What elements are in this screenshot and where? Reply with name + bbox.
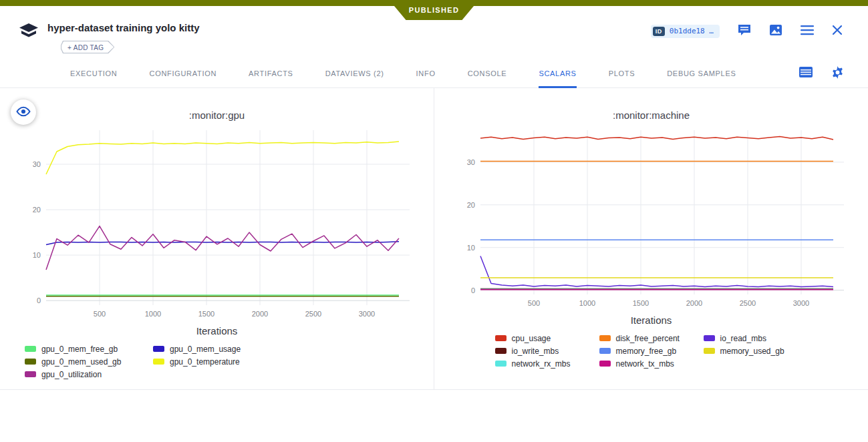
tab-console[interactable]: CONSOLE — [468, 59, 507, 88]
legend-label: network_rx_mbs — [512, 359, 571, 369]
legend-item-memory_free_gb[interactable]: memory_free_gb — [599, 345, 704, 357]
legend-item-disk_free_percent[interactable]: disk_free_percent — [599, 332, 704, 345]
legend-item-network_tx_mbs[interactable]: network_tx_mbs — [599, 357, 704, 370]
x-tick-label: 1500 — [632, 299, 648, 307]
tab-artifacts[interactable]: ARTIFACTS — [249, 59, 293, 88]
y-tick-label: 0 — [470, 286, 474, 294]
tab-configuration[interactable]: CONFIGURATION — [149, 59, 216, 88]
clearml-logo — [19, 23, 39, 41]
y-tick-label: 20 — [32, 206, 40, 214]
legend-swatch — [495, 335, 507, 341]
id-label: ID — [653, 27, 665, 36]
table-view-button[interactable] — [799, 67, 813, 79]
x-tick-label: 2000 — [251, 310, 267, 318]
experiment-title: hyper-dataset training yolo kitty — [47, 21, 200, 35]
gpu-chart-xaxis-label: Iterations — [196, 325, 238, 337]
published-banner-label: PUBLISHED — [409, 6, 459, 14]
legend-item-gpu_0_mem_free_gb[interactable]: gpu_0_mem_free_gb — [25, 343, 153, 355]
hide-show-metrics-button[interactable] — [11, 99, 36, 125]
x-tick-label: 2500 — [305, 310, 321, 318]
tab-dataviews[interactable]: DATAVIEWS (2) — [325, 59, 384, 88]
legend-item-memory_used_gb[interactable]: memory_used_gb — [704, 345, 808, 357]
tab-info[interactable]: INFO — [416, 59, 436, 88]
legend-swatch — [495, 361, 507, 367]
x-tick-label: 2500 — [739, 299, 755, 307]
series-line-gpu_0_temperature — [46, 142, 399, 174]
close-button[interactable] — [832, 25, 843, 37]
experiment-detail-page: PUBLISHED hyper-dataset training yolo ki… — [0, 0, 868, 442]
x-tick-label: 2000 — [686, 299, 702, 307]
legend-item-gpu_0_temperature[interactable]: gpu_0_temperature — [153, 355, 281, 368]
legend-label: gpu_0_mem_free_gb — [41, 345, 118, 354]
legend-swatch — [599, 361, 611, 367]
legend-item-gpu_0_utilization[interactable]: gpu_0_utilization — [25, 368, 153, 381]
settings-button[interactable] — [831, 66, 844, 81]
x-tick-label: 500 — [527, 299, 539, 307]
legend-label: io_read_mbs — [720, 334, 766, 343]
legend-label: network_tx_mbs — [616, 359, 674, 369]
legend-label: gpu_0_temperature — [170, 357, 240, 367]
legend-item-network_rx_mbs[interactable]: network_rx_mbs — [495, 357, 599, 370]
add-tag-label: + ADD TAG — [67, 44, 104, 51]
legend-swatch — [25, 346, 36, 352]
legend-swatch — [153, 346, 164, 352]
series-line-gpu_0_utilization — [46, 226, 399, 270]
machine-chart-title: :monitor:machine — [613, 109, 690, 121]
gpu-chart-plot[interactable]: 010203050010001500200025003000 — [17, 124, 418, 325]
machine-chart-panel: :monitor:machine 01020305001000150020002… — [434, 88, 868, 389]
x-tick-label: 1000 — [579, 299, 595, 307]
legend-item-cpu_usage[interactable]: cpu_usage — [495, 332, 599, 345]
legend-item-io_write_mbs[interactable]: io_write_mbs — [495, 345, 599, 357]
close-icon — [832, 25, 843, 37]
x-tick-label: 3000 — [792, 299, 809, 307]
machine-chart-legend: cpu_usagedisk_free_percentio_read_mbsio_… — [495, 332, 808, 370]
x-tick-label: 1000 — [144, 310, 160, 318]
legend-label: memory_free_gb — [616, 347, 677, 356]
legend-item-gpu_0_mem_used_gb[interactable]: gpu_0_mem_used_gb — [25, 355, 153, 368]
legend-swatch — [599, 348, 611, 354]
experiment-id-badge[interactable]: ID 0b1dde18 … — [651, 25, 720, 38]
y-tick-label: 10 — [32, 251, 40, 259]
legend-swatch — [25, 359, 36, 365]
tab-scalars[interactable]: SCALARS — [539, 59, 576, 88]
x-tick-label: 1500 — [198, 310, 214, 318]
x-tick-label: 3000 — [358, 310, 374, 318]
y-tick-label: 30 — [32, 160, 40, 168]
legend-label: disk_free_percent — [616, 334, 680, 343]
legend-swatch — [704, 348, 715, 354]
machine-chart-xaxis-label: Iterations — [631, 314, 672, 326]
legend-item-io_read_mbs[interactable]: io_read_mbs — [704, 332, 808, 345]
image-icon — [769, 24, 782, 38]
legend-label: gpu_0_utilization — [41, 370, 102, 379]
tab-execution[interactable]: EXECUTION — [70, 59, 117, 88]
legend-label: gpu_0_mem_usage — [170, 345, 241, 354]
add-tag-button[interactable]: + ADD TAG — [61, 41, 114, 53]
table-icon — [799, 67, 813, 79]
id-value: 0b1dde18 … — [670, 27, 714, 35]
tab-plots[interactable]: PLOTS — [609, 59, 635, 88]
legend-label: gpu_0_mem_used_gb — [41, 357, 121, 367]
menu-button[interactable] — [801, 25, 814, 37]
legend-item-gpu_0_mem_usage[interactable]: gpu_0_mem_usage — [153, 343, 281, 355]
machine-chart-plot[interactable]: 010203050010001500200025003000 — [451, 124, 852, 314]
comment-icon — [738, 24, 751, 38]
eye-icon — [16, 106, 31, 119]
legend-swatch — [153, 359, 164, 365]
series-line-cpu_usage — [480, 137, 833, 140]
gpu-chart-panel: :monitor:gpu 010203050010001500200025003… — [0, 88, 434, 389]
gpu-chart-legend: gpu_0_mem_free_gbgpu_0_mem_usagegpu_0_me… — [25, 343, 409, 381]
y-tick-label: 0 — [36, 296, 40, 304]
y-tick-label: 20 — [466, 201, 474, 209]
gear-icon — [831, 66, 844, 81]
comments-button[interactable] — [738, 24, 751, 38]
hamburger-menu-icon — [801, 25, 814, 37]
legend-swatch — [25, 371, 36, 377]
x-tick-label: 500 — [93, 310, 105, 318]
legend-swatch — [495, 348, 507, 354]
debug-image-button[interactable] — [769, 24, 782, 38]
tab-debug-samples[interactable]: DEBUG SAMPLES — [667, 59, 736, 88]
legend-label: io_write_mbs — [512, 347, 559, 356]
legend-label: cpu_usage — [512, 334, 551, 343]
legend-label: memory_used_gb — [720, 347, 784, 356]
series-line-io_read_mbs — [480, 256, 833, 287]
